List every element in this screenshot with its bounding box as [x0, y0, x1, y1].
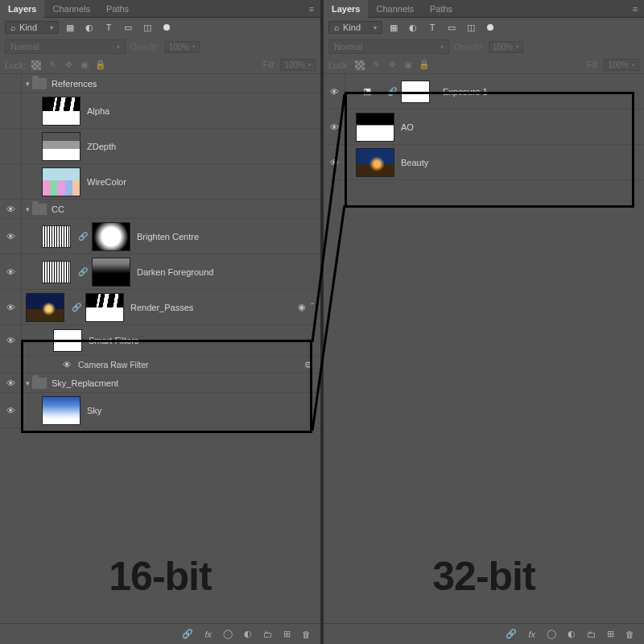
tab-paths[interactable]: Paths — [422, 0, 460, 18]
visibility-toggle[interactable]: 👁 — [324, 158, 345, 167]
fx-icon[interactable]: fx — [528, 630, 535, 639]
filter-smart-icon[interactable]: ◫ — [141, 21, 154, 34]
group-references[interactable]: 👁 ▾ References — [0, 74, 320, 93]
lock-brush-icon[interactable]: ✎ — [47, 60, 58, 71]
filter-pixel-icon[interactable]: ▦ — [387, 21, 400, 34]
link-layers-icon[interactable]: 🔗 — [506, 629, 517, 639]
group-sky-replacement[interactable]: 👁 ▾ Sky_Replacment — [0, 374, 320, 393]
tab-channels[interactable]: Channels — [368, 0, 421, 18]
visibility-toggle[interactable]: 👁 — [324, 122, 345, 132]
filter-mask-thumbnail[interactable] — [53, 329, 82, 352]
filter-options-icon[interactable]: ⚙ — [304, 360, 312, 369]
link-icon[interactable]: 🔗 — [386, 87, 398, 96]
lock-move-icon[interactable]: ✥ — [386, 60, 398, 71]
lock-artboard-icon[interactable]: ▣ — [79, 60, 90, 71]
visibility-toggle[interactable]: 👁 — [0, 303, 21, 312]
expand-filters-icon[interactable]: ˆ — [311, 302, 314, 312]
fx-icon[interactable]: fx — [204, 630, 212, 639]
layer-darken-foreground[interactable]: 👁 🔗 Darken Foreground — [0, 254, 320, 290]
filter-toggle-icon[interactable] — [160, 21, 173, 34]
blend-mode-dropdown[interactable]: Normal ▾ — [328, 39, 449, 54]
layer-thumbnail[interactable] — [26, 293, 64, 322]
layer-zdepth[interactable]: 👁 ZDepth — [0, 129, 320, 164]
layer-beauty[interactable]: 👁 Beauty — [324, 145, 644, 180]
layer-thumbnail[interactable] — [42, 396, 80, 425]
layer-thumbnail[interactable] — [356, 113, 394, 142]
chevron-down-icon[interactable]: ▾ — [26, 80, 30, 88]
group-icon[interactable]: 🗀 — [263, 630, 272, 639]
layer-sky[interactable]: 👁 Sky — [0, 393, 320, 428]
filter-type-icon[interactable]: T — [426, 21, 439, 34]
smart-filters-row[interactable]: 👁 Smart Filters — [0, 325, 320, 356]
filter-camera-raw[interactable]: 👁 Camera Raw Filter ⚙ — [0, 356, 320, 374]
visibility-toggle[interactable]: 👁 — [0, 79, 21, 89]
filter-pixel-icon[interactable]: ▦ — [64, 21, 76, 34]
lock-transparency-icon[interactable] — [354, 60, 365, 71]
tab-paths[interactable]: Paths — [98, 0, 137, 18]
visibility-toggle[interactable]: 👁 — [0, 267, 21, 277]
new-layer-icon[interactable]: ⊞ — [607, 629, 614, 639]
filter-type-icon[interactable]: T — [102, 21, 115, 34]
chevron-down-icon[interactable]: ▾ — [26, 205, 30, 213]
tab-layers[interactable]: Layers — [0, 0, 44, 18]
opacity-field[interactable]: 100% ▾ — [165, 41, 200, 53]
filter-smart-icon[interactable]: ◫ — [464, 21, 477, 34]
mask-thumbnail[interactable] — [92, 222, 130, 251]
panel-menu-icon[interactable]: ≡ — [626, 4, 644, 14]
filter-kind-dropdown[interactable]: ⌕ Kind ▾ — [5, 21, 59, 34]
layer-thumbnail[interactable] — [42, 132, 80, 161]
link-icon[interactable]: 🔗 — [77, 267, 89, 276]
adjustment-icon[interactable]: ◐ — [244, 629, 252, 639]
adjustment-thumbnail[interactable] — [42, 261, 71, 283]
visibility-toggle[interactable]: 👁 — [0, 204, 21, 214]
mask-thumbnail[interactable] — [92, 258, 130, 287]
link-icon[interactable]: 🔗 — [71, 303, 82, 312]
layer-thumbnail[interactable] — [42, 167, 80, 196]
panel-menu-icon[interactable]: ≡ — [303, 4, 320, 14]
mask-thumbnail[interactable] — [401, 80, 430, 103]
layer-alpha[interactable]: 👁 Alpha — [0, 93, 320, 129]
lock-brush-icon[interactable]: ✎ — [370, 60, 382, 71]
layer-thumbnail[interactable] — [42, 97, 80, 126]
group-cc[interactable]: 👁 ▾ CC — [0, 200, 320, 219]
filter-adjust-icon[interactable]: ◐ — [83, 21, 96, 34]
mask-icon[interactable]: ◯ — [547, 629, 556, 639]
delete-icon[interactable]: 🗑 — [302, 630, 311, 639]
lock-all-icon[interactable]: 🔒 — [419, 60, 430, 71]
visibility-toggle[interactable]: 👁 — [0, 336, 21, 345]
group-icon[interactable]: 🗀 — [587, 630, 596, 639]
lock-artboard-icon[interactable]: ▣ — [402, 60, 414, 71]
layer-render-passes[interactable]: 👁 🔗 Render_Passes ◉ ˆ — [0, 290, 320, 325]
visibility-toggle[interactable]: 👁 — [324, 87, 345, 97]
visibility-toggle[interactable]: 👁 — [0, 378, 21, 388]
adjustment-thumbnail[interactable] — [42, 225, 71, 248]
lock-transparency-icon[interactable] — [31, 60, 42, 71]
filter-adjust-icon[interactable]: ◐ — [407, 21, 419, 34]
tab-channels[interactable]: Channels — [44, 0, 97, 18]
adjustment-icon[interactable]: ◐ — [568, 629, 576, 639]
mask-thumbnail[interactable] — [85, 293, 124, 322]
chevron-down-icon[interactable]: ▾ — [26, 379, 30, 387]
visibility-toggle[interactable]: 👁 — [0, 177, 21, 187]
layer-brighten-centre[interactable]: 👁 🔗 Brighten Centre — [0, 219, 320, 254]
lock-all-icon[interactable]: 🔒 — [95, 60, 106, 71]
delete-icon[interactable]: 🗑 — [625, 630, 634, 639]
layer-thumbnail[interactable] — [356, 148, 394, 177]
layer-ao[interactable]: 👁 AO — [324, 109, 644, 145]
lock-move-icon[interactable]: ✥ — [63, 60, 74, 71]
visibility-toggle[interactable]: 👁 — [0, 106, 21, 116]
layer-wirecolor[interactable]: 👁 WireColor — [0, 164, 320, 200]
layer-exposure-1[interactable]: 👁 ⬔ 🔗 Exposure 1 — [324, 74, 644, 109]
filter-kind-dropdown[interactable]: ⌕ Kind ▾ — [328, 21, 382, 34]
mask-icon[interactable]: ◯ — [223, 629, 233, 639]
filter-shape-icon[interactable]: ▭ — [445, 21, 458, 34]
link-icon[interactable]: 🔗 — [77, 232, 89, 241]
exposure-adjustment-icon[interactable]: ⬔ — [356, 86, 378, 97]
visibility-toggle[interactable]: 👁 — [0, 232, 21, 242]
visibility-toggle[interactable]: 👁 — [0, 406, 21, 415]
filter-shape-icon[interactable]: ▭ — [122, 21, 134, 34]
link-layers-icon[interactable]: 🔗 — [182, 629, 193, 639]
tab-layers[interactable]: Layers — [324, 0, 368, 18]
new-layer-icon[interactable]: ⊞ — [283, 629, 291, 639]
opacity-field[interactable]: 100% ▾ — [489, 41, 524, 53]
